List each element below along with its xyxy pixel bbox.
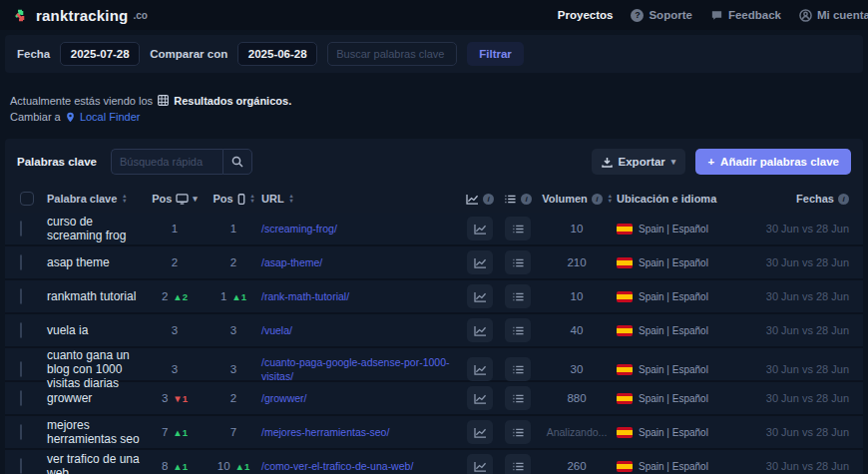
nav-cuenta-label: Mi cuenta [817,9,868,21]
url-link[interactable]: /vuela/ [261,324,292,336]
serp-button-cell [499,217,537,240]
select-all-checkbox[interactable] [20,192,34,206]
info-icon[interactable]: i [838,194,849,205]
serp-list-button[interactable] [505,386,531,410]
chart-button[interactable] [467,420,493,444]
chart-line-icon [474,257,487,268]
navbar: ranktracking.co Proyectos ? Soporte Feed… [0,0,868,30]
chart-button[interactable] [467,454,493,474]
spain-flag-icon [617,224,633,235]
filtrar-button[interactable]: Filtrar [467,42,524,66]
serp-list-button[interactable] [505,250,531,274]
dates-label: 30 Jun vs 28 Jun [751,363,863,375]
fecha-input[interactable] [60,42,140,66]
url-link[interactable]: /cuanto-paga-google-adsense-por-1000-vis… [261,356,450,382]
serp-list-button[interactable] [505,357,531,381]
nav-item-feedback[interactable]: Feedback [710,9,781,22]
url-link[interactable]: /como-ver-el-trafico-de-una-web/ [261,460,413,472]
location-label: Spain | Español [639,364,708,375]
chart-button[interactable] [467,357,493,381]
url-link[interactable]: /asap-theme/ [261,256,322,268]
keyword-label: ver trafico de una web [47,452,144,474]
url-cell: /screaming-frog/ [261,222,461,236]
pos-change-up: ▲1 [173,461,188,472]
pos-desktop-value: 3 [144,363,206,375]
header-url-label: URL [261,193,284,205]
url-link[interactable]: /screaming-frog/ [261,223,337,235]
pos-desktop-value: 2 [144,256,206,268]
info-icon[interactable]: i [521,194,532,205]
pos-mobile-value: 10▲1 [206,460,261,472]
buscar-palabras-input[interactable] [327,42,457,66]
desktop-icon [176,194,189,205]
location-label: Spain | Español [639,291,708,302]
download-icon [602,157,613,168]
row-checkbox-cell [5,289,47,303]
chart-button[interactable] [467,250,493,274]
info-icon[interactable]: i [483,194,494,205]
table-row: ver trafico de una web 8▲1 10▲1 /como-ve… [5,450,863,474]
serp-list-button[interactable] [505,284,531,308]
header-pos-mobile[interactable]: Pos ▴▾ [206,193,261,205]
status-line1-period: . [288,95,291,107]
dates-label: 30 Jun vs 28 Jun [751,324,863,336]
filter-panel: Fecha Comparar con Filtrar [5,35,863,73]
info-icon[interactable]: i [592,194,603,205]
exportar-button[interactable]: Exportar ▾ [592,149,686,175]
sort-icon: ▴▾ [290,194,293,204]
header-volumen[interactable]: Volumen i ▴▾ [537,193,617,205]
row-checkbox[interactable] [20,390,22,406]
quick-search-button[interactable] [222,149,252,175]
volume-value: Analizando... [537,426,617,438]
chart-line-icon [474,461,487,472]
serp-list-button[interactable] [505,420,531,444]
row-checkbox[interactable] [20,221,22,237]
url-link[interactable]: /growwer/ [261,392,307,404]
fecha-label: Fecha [17,48,50,60]
account-icon [799,9,812,22]
pos-mobile-value: 2 [206,256,261,268]
row-checkbox[interactable] [20,322,22,338]
chart-button[interactable] [467,284,493,308]
pos-change-up: ▲1 [235,461,250,472]
table-row: rankmath tutorial 2▲2 1▲1 /rank-math-tut… [5,280,863,314]
header-keyword[interactable]: Palabra clave ▴▾ [47,193,144,205]
header-url[interactable]: URL ▴▾ [261,193,461,205]
comparar-input[interactable] [237,42,317,66]
nav-item-soporte[interactable]: ? Soporte [631,9,691,22]
chart-button[interactable] [467,217,493,240]
volume-value: 880 [537,392,617,404]
quick-search-input[interactable] [111,149,222,175]
row-checkbox[interactable] [20,288,22,304]
logo[interactable]: ranktracking.co [14,7,148,24]
serp-button-cell [499,318,537,342]
keyword-label: mejores herramientas seo [47,418,144,446]
list-icon [512,224,525,235]
status-text: Actualmente estás viendo los Resultados … [0,73,868,139]
url-link[interactable]: /rank-math-tutorial/ [261,290,349,302]
row-checkbox[interactable] [20,254,22,270]
local-finder-link[interactable]: Local Finder [80,111,141,123]
nav-item-proyectos[interactable]: Proyectos [558,9,614,21]
header-pos-desktop[interactable]: Pos ▾ [144,193,206,205]
header-volumen-label: Volumen [542,193,588,205]
sort-icon: ▴▾ [609,194,612,204]
serp-list-button[interactable] [505,217,531,240]
local-finder-pin-icon [66,112,75,123]
url-cell: /rank-math-tutorial/ [261,289,461,303]
add-keywords-button[interactable]: + Añadir palabras clave [695,149,851,175]
row-checkbox[interactable] [20,361,22,377]
header-fechas: Fechas i [751,193,863,205]
serp-list-button[interactable] [505,318,531,342]
nav-item-cuenta[interactable]: Mi cuenta [799,9,868,22]
quick-search-wrap [111,149,252,175]
url-link[interactable]: /mejores-herramientas-seo/ [261,426,389,438]
serp-list-button[interactable] [505,454,531,474]
chart-button[interactable] [467,318,493,342]
row-checkbox[interactable] [20,458,22,474]
dates-label: 30 Jun vs 28 Jun [751,426,863,438]
comparar-label: Comparar con [150,48,227,60]
chart-button[interactable] [467,386,493,410]
row-checkbox[interactable] [20,424,22,440]
list-icon [512,325,525,336]
